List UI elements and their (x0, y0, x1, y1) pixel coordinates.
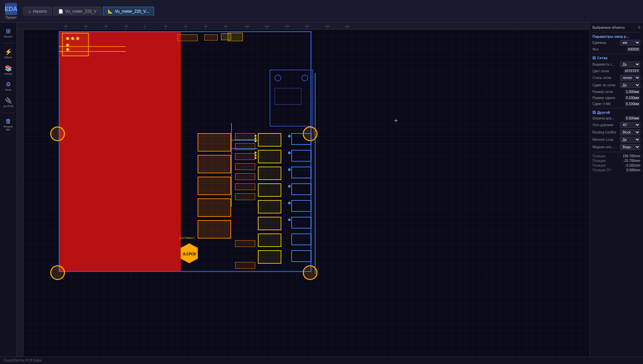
sidebar-item-jlcpcb[interactable]: 🔌 JLCPCB (1, 95, 16, 110)
conn-right-2 (291, 150, 311, 162)
routing-conflict-label: Routing Conflict (592, 130, 616, 134)
other-checkbox[interactable] (592, 111, 596, 114)
rp-sep-1 (592, 32, 640, 32)
project-label: Проект (4, 35, 12, 38)
conn-right-6 (291, 217, 311, 229)
grid-color-row: Цвет сетки #FFFFFF (592, 69, 640, 73)
visibility-row: Видимость с... Да Нет (592, 62, 640, 67)
ruler-tick: -80 (64, 25, 68, 29)
recycle-label: Recycle Bin (2, 125, 14, 131)
spad-2 (255, 138, 257, 140)
pad-tr-1 (275, 75, 281, 81)
ruler-tick: 20 (164, 25, 167, 29)
selected-objects-count: 0 (638, 25, 640, 29)
res-row-7 (235, 193, 255, 200)
left-sidebar: ⊞ Проект ⚡ EELib 📚 Library ⚙ Parts 🔌 JLC… (0, 23, 17, 357)
tab-home[interactable]: ⌂ Начало (23, 7, 52, 16)
ruler-horizontal: -80 -60 -40 -20 0 20 40 60 80 100 120 14… (17, 23, 589, 29)
svg-text:JLCPCB: JLCPCB (183, 252, 196, 256)
units-select[interactable]: мм mil (620, 40, 640, 46)
mounting-hole-4 (303, 265, 317, 280)
rp-sep-2 (592, 54, 640, 54)
pad-1 (66, 37, 69, 40)
sidebar-item-recycle[interactable]: 🗑 Recycle Bin (1, 116, 16, 133)
right-panel: Выбранные объекты 0 Параметры окна р... … (589, 23, 643, 357)
pad-r5 (288, 202, 291, 204)
eelb-label: EELib (5, 56, 12, 59)
copper-row: Медная пло... Виды Скрыть (592, 144, 640, 150)
res-arr-5 (258, 200, 281, 213)
pcb-canvas[interactable]: JLCPCB ELECTRONICS (23, 29, 589, 357)
spad-6 (255, 157, 257, 159)
tab-file2[interactable]: 📐 Vu_meter_220_V... (103, 7, 154, 16)
res-arr-6 (258, 217, 281, 230)
res-arr-2 (258, 150, 281, 163)
ruler-tick: 100 (244, 25, 249, 29)
grid-size-value: 1.000мм (625, 90, 640, 94)
grid-style-label: Стиль сетки (592, 76, 611, 80)
res-row-2 (235, 143, 255, 150)
canvas-area[interactable]: -80 -60 -40 -20 0 20 40 60 80 100 120 14… (17, 23, 589, 357)
sidebar-item-library[interactable]: 📚 Library (1, 63, 16, 78)
logo-label: Проект (6, 16, 17, 19)
pos-label-4: Позиция DY (592, 168, 611, 172)
pad-r3 (288, 168, 291, 171)
pos-label-2: Позиция (592, 159, 606, 163)
project-icon: ⊞ (6, 27, 11, 35)
comp-tr (275, 88, 301, 105)
topbar: EDA Проект ⌂ Начало 📄 Vu_meter_220_V 📐 V… (0, 0, 643, 23)
pos-row-4: Позиция DY 0.000mm (592, 168, 640, 172)
grid-checkbox[interactable] (592, 56, 596, 60)
eelb-icon: ⚡ (5, 48, 12, 56)
res-arr-8 (258, 250, 281, 264)
angle-select[interactable]: 45° 90° 任意 (620, 122, 640, 128)
conn-right-7 (291, 234, 311, 245)
ruler-tick: -40 (104, 25, 108, 29)
spad-3 (255, 140, 257, 142)
home-tab-icon: ⌂ (28, 9, 31, 14)
main-container: ⊞ Проект ⚡ EELib 📚 Library ⚙ Parts 🔌 JLC… (0, 23, 643, 357)
visibility-select[interactable]: Да Нет (620, 62, 640, 67)
spad-1 (255, 135, 257, 137)
routing-conflict-select[interactable]: Block Ignore Highlight (620, 129, 640, 135)
res-row-6 (235, 183, 255, 190)
pad-r2 (288, 152, 291, 154)
file1-tab-icon: 📄 (58, 9, 63, 14)
window-params-title: Параметры окна р... (592, 34, 640, 38)
pos-value-1: 158.700mm (623, 154, 640, 158)
shift-alt-value: 0.100мм (625, 102, 640, 106)
ruler-tick: 80 (224, 25, 227, 29)
pad-3 (76, 37, 79, 40)
pad-tr-2 (301, 75, 308, 81)
track-v-1 (231, 123, 232, 207)
remove-loop-select[interactable]: Да Нет (620, 137, 640, 143)
selected-objects-title: Выбранные объекты (592, 26, 625, 29)
ic-2 (198, 155, 231, 173)
jlcpcb-icon: 🔌 (5, 97, 12, 104)
sidebar-item-eelb[interactable]: ⚡ EELib (1, 46, 16, 61)
pos-row-3: Позиция -0.181mm (592, 164, 640, 167)
ruler-tick: 160 (305, 25, 309, 29)
mounting-hole-3 (50, 265, 65, 280)
res-arr-7 (258, 234, 281, 247)
bg-row: Фон #00000 (592, 47, 640, 52)
routing-conflict-row: Routing Conflict Block Ignore Highlight (592, 129, 640, 135)
ruler-tick: 140 (285, 25, 289, 29)
app-logo-icon: EDA (5, 3, 17, 15)
res-row-10 (235, 262, 255, 269)
grid-section-row: Сетка (592, 56, 640, 60)
copper-select[interactable]: Виды Скрыть (620, 144, 640, 150)
sidebar-item-project[interactable]: ⊞ Проект (1, 25, 16, 40)
snap-select[interactable]: Да Нет (620, 82, 640, 88)
grid-size-label: Размер сетки (592, 90, 613, 94)
file1-tab-label: Vu_meter_220_V (65, 9, 96, 14)
conn-right-3 (291, 167, 311, 178)
res-row-3 (235, 153, 255, 160)
ic-1 (198, 133, 231, 152)
tab-file1[interactable]: 📄 Vu_meter_220_V (53, 7, 101, 16)
recycle-icon: 🗑 (5, 118, 11, 125)
sidebar-item-parts[interactable]: ⚙ Parts (1, 79, 16, 94)
grid-style-select[interactable]: линии точки (620, 75, 640, 81)
rp-header: Выбранные объекты 0 (592, 25, 640, 29)
ruler-tick: 60 (204, 25, 207, 29)
